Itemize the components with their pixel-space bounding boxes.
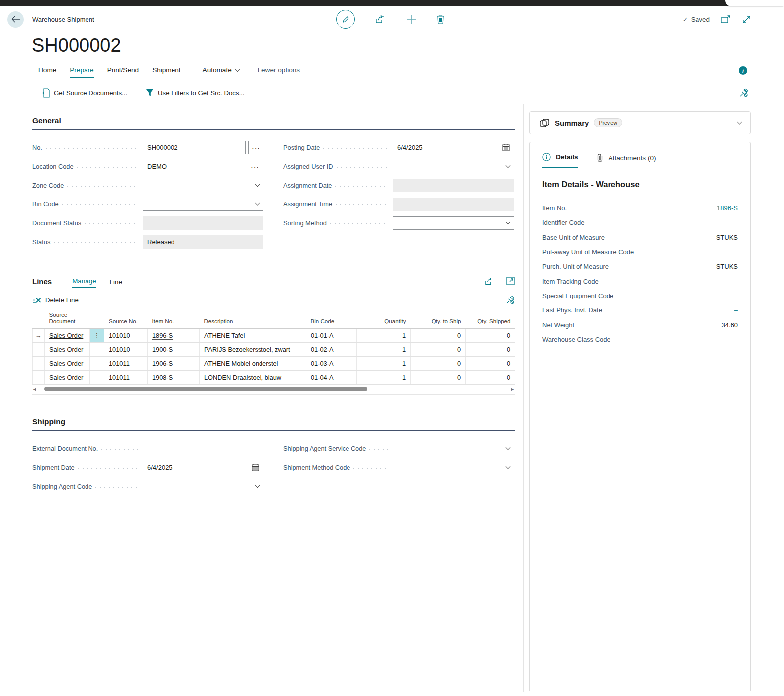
row-menu-cell[interactable]: [90, 343, 104, 357]
item-no-link[interactable]: 1896-S: [152, 332, 173, 340]
cell-quantity[interactable]: 1: [357, 343, 411, 357]
edit-button[interactable]: [336, 10, 355, 29]
open-in-new-window-button[interactable]: [721, 15, 731, 24]
cell-qty-to-ship[interactable]: 0: [411, 371, 466, 385]
cell-source-document[interactable]: Sales Order: [45, 329, 90, 343]
lines-tab-manage[interactable]: Manage: [72, 277, 96, 288]
cell-bin-code[interactable]: 01-01-A: [306, 329, 357, 343]
tab-print-send[interactable]: Print/Send: [107, 66, 139, 77]
agent-service-code-input-field[interactable]: [397, 445, 506, 452]
cell-source-no[interactable]: 101010: [104, 343, 148, 357]
col-qty-to-ship[interactable]: Qty. to Ship: [411, 310, 466, 329]
col-source-document[interactable]: Source Document: [45, 310, 90, 329]
chevron-down-icon[interactable]: [255, 201, 260, 206]
col-bin-code[interactable]: Bin Code: [306, 310, 357, 329]
external-doc-no-input[interactable]: [143, 442, 263, 455]
delete-record-button[interactable]: [436, 14, 445, 24]
summary-card[interactable]: Summary Preview: [529, 111, 751, 134]
delete-line-button[interactable]: Delete Line: [32, 297, 79, 304]
col-source-no[interactable]: Source No.: [104, 310, 148, 329]
cell-qty-shipped[interactable]: 0: [466, 329, 515, 343]
external-doc-no-input-field[interactable]: [147, 445, 259, 452]
cell-description[interactable]: PARIJS Bezoekersstoel, zwart: [200, 343, 306, 357]
no-assist-edit-button[interactable]: ···: [248, 141, 263, 154]
posting-date-input[interactable]: [393, 141, 514, 154]
bin-code-dropdown[interactable]: [143, 198, 263, 211]
cell-qty-shipped[interactable]: 0: [466, 371, 515, 385]
calendar-icon[interactable]: [252, 464, 259, 471]
no-input[interactable]: [143, 141, 246, 154]
info-icon[interactable]: i: [739, 66, 747, 75]
col-qty-shipped[interactable]: Qty. Shipped: [466, 310, 515, 329]
cell-qty-shipped[interactable]: 0: [466, 357, 515, 371]
cell-quantity[interactable]: 1: [357, 371, 411, 385]
col-quantity[interactable]: Quantity: [357, 310, 411, 329]
shipping-agent-code-input-field[interactable]: [147, 483, 256, 490]
tab-attachments[interactable]: Attachments (0): [596, 153, 656, 168]
sorting-method-input-field[interactable]: [397, 219, 506, 227]
cell-item-no[interactable]: 1896-S: [148, 329, 200, 343]
bin-code-input-field[interactable]: [147, 200, 256, 208]
cell-source-document[interactable]: Sales Order: [45, 357, 90, 371]
cell-source-document[interactable]: Sales Order: [45, 343, 90, 357]
scroll-left-arrow[interactable]: ◄: [32, 387, 38, 392]
back-button[interactable]: [7, 11, 24, 28]
cell-description[interactable]: LONDEN Draaistoel, blauw: [200, 371, 306, 385]
chevron-down-icon[interactable]: [506, 163, 511, 168]
cell-item-no[interactable]: 1906-S: [148, 357, 200, 371]
get-source-documents-button[interactable]: Get Source Documents...: [42, 88, 127, 98]
cell-item-no[interactable]: 1908-S: [148, 371, 200, 385]
expand-page-button[interactable]: [742, 15, 751, 24]
col-description[interactable]: Description: [200, 310, 306, 329]
cell-qty-to-ship[interactable]: 0: [411, 329, 466, 343]
shipment-method-code-input-field[interactable]: [397, 464, 506, 471]
chevron-down-icon[interactable]: [506, 445, 511, 450]
identifier-code-link[interactable]: –: [734, 219, 738, 226]
lines-tab-line[interactable]: Line: [110, 278, 122, 288]
cell-source-document[interactable]: Sales Order: [45, 371, 90, 385]
calendar-icon[interactable]: [502, 144, 510, 151]
tab-details[interactable]: Details: [542, 153, 578, 168]
zone-code-dropdown[interactable]: [143, 179, 263, 192]
chevron-down-icon[interactable]: [506, 220, 511, 225]
col-item-no[interactable]: Item No.: [148, 310, 200, 329]
tab-automate[interactable]: Automate: [203, 66, 239, 74]
cell-description[interactable]: ATHENE Mobiel onderstel: [200, 357, 306, 371]
use-filters-button[interactable]: Use Filters to Get Src. Docs...: [146, 89, 244, 97]
shipping-section-heading[interactable]: Shipping: [32, 417, 515, 431]
shipment-method-code-dropdown[interactable]: [393, 461, 514, 474]
tab-prepare[interactable]: Prepare: [70, 66, 93, 78]
location-code-input-field[interactable]: [147, 163, 251, 170]
cell-qty-shipped[interactable]: 0: [466, 343, 515, 357]
item-tracking-link[interactable]: –: [734, 278, 738, 285]
share-button[interactable]: [375, 14, 386, 24]
item-no-link[interactable]: 1896-S: [717, 204, 738, 212]
unpin-icon[interactable]: [739, 88, 748, 97]
source-document-link[interactable]: Sales Order: [49, 332, 83, 339]
lines-focus-mode-icon[interactable]: [506, 277, 515, 286]
scroll-right-arrow[interactable]: ►: [509, 387, 515, 392]
shipment-date-input[interactable]: [143, 461, 263, 474]
last-phys-invt-link[interactable]: –: [734, 306, 738, 314]
agent-service-code-dropdown[interactable]: [393, 442, 514, 455]
sorting-method-dropdown[interactable]: [393, 216, 514, 230]
general-section-heading[interactable]: General: [32, 116, 515, 130]
cell-bin-code[interactable]: 01-02-A: [306, 343, 357, 357]
row-menu-cell[interactable]: [90, 371, 104, 385]
chevron-down-icon[interactable]: [255, 182, 260, 187]
lines-share-icon[interactable]: [485, 277, 494, 286]
new-record-button[interactable]: [406, 14, 416, 24]
cell-qty-to-ship[interactable]: 0: [411, 343, 466, 357]
tab-home[interactable]: Home: [38, 66, 56, 77]
chevron-down-icon[interactable]: [737, 120, 742, 125]
tab-fewer-options[interactable]: Fewer options: [258, 66, 300, 74]
shipment-date-input-field[interactable]: [147, 464, 252, 471]
tab-shipment[interactable]: Shipment: [152, 66, 180, 77]
location-code-input[interactable]: ···: [143, 160, 263, 173]
cell-source-no[interactable]: 101011: [104, 357, 148, 371]
unpin-icon[interactable]: [506, 296, 515, 304]
cell-qty-to-ship[interactable]: 0: [411, 357, 466, 371]
row-menu-cell[interactable]: [90, 357, 104, 371]
chevron-down-icon[interactable]: [506, 464, 511, 469]
row-menu-button[interactable]: ⋮: [90, 329, 104, 343]
